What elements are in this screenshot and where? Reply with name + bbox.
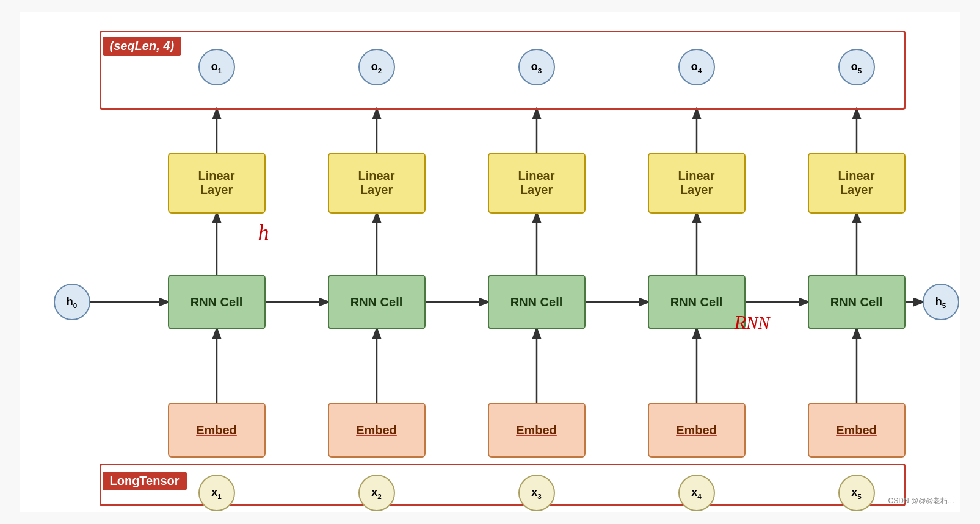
linear-layer-1: LinearLayer — [168, 153, 266, 214]
rnn-cell-3: RNN Cell — [488, 275, 586, 329]
rnn-cell-1: RNN Cell — [168, 275, 266, 329]
input-circle-1: x1 — [198, 475, 235, 511]
h5-circle: h5 — [923, 284, 959, 320]
input-circle-2: x2 — [358, 475, 395, 511]
seq-len-badge: (seqLen, 4) — [103, 37, 182, 56]
linear-layer-4: LinearLayer — [648, 153, 746, 214]
rnn-cell-2: RNN Cell — [328, 275, 426, 329]
rnn-cell-5: RNN Cell — [808, 275, 906, 329]
linear-layer-2: LinearLayer — [328, 153, 426, 214]
linear-layer-5: LinearLayer — [808, 153, 906, 214]
rnn-cell-4: RNN Cell — [648, 275, 746, 329]
embed-5: Embed — [808, 403, 906, 458]
embed-4: Embed — [648, 403, 746, 458]
long-tensor-badge: LongTensor — [103, 472, 187, 490]
input-circle-4: x4 — [678, 475, 715, 511]
output-circle-4: o4 — [678, 49, 715, 85]
input-circle-5: x5 — [838, 475, 875, 511]
embed-2: Embed — [328, 403, 426, 458]
diagram-container: (seqLen, 4) LongTensor o1 o2 o3 o4 o5 Li… — [20, 12, 960, 512]
annotation-rnn: RNN — [735, 311, 770, 334]
watermark: CSDN @@@老朽... — [888, 496, 954, 506]
output-circle-3: o3 — [518, 49, 555, 85]
input-circle-3: x3 — [518, 475, 555, 511]
output-circle-2: o2 — [358, 49, 395, 85]
annotation-h: h — [258, 220, 269, 245]
linear-layer-3: LinearLayer — [488, 153, 586, 214]
embed-1: Embed — [168, 403, 266, 458]
embed-3: Embed — [488, 403, 586, 458]
h0-circle: h0 — [54, 284, 90, 320]
output-circle-5: o5 — [838, 49, 875, 85]
output-circle-1: o1 — [198, 49, 235, 85]
